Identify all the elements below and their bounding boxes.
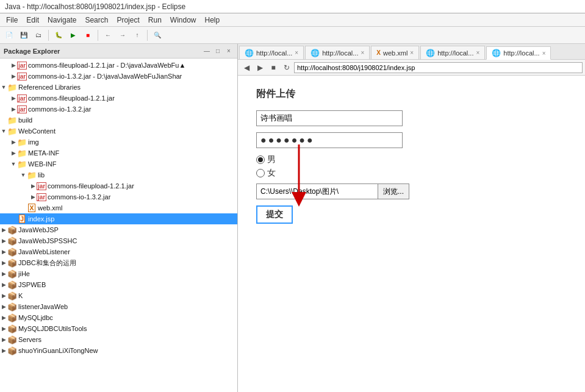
tree-expand-icon[interactable]: ▶ — [10, 62, 17, 69]
tree-item[interactable]: ▶📦JavaWebListener — [0, 246, 237, 257]
menu-help[interactable]: Help — [201, 15, 224, 26]
tree-item[interactable]: ▼📁WebContent — [0, 126, 237, 137]
tree-item[interactable]: ▶jarcommons-fileupload-1.2.1.jar - D:\ja… — [0, 60, 237, 71]
menu-window[interactable]: Window — [167, 15, 200, 26]
tree-expand-icon[interactable]: ▶ — [0, 347, 7, 354]
refresh-button[interactable]: ↻ — [281, 62, 293, 74]
tree-item[interactable]: ▶📦JDBC和集合的运用 — [0, 257, 237, 268]
password-input[interactable]: ●●●●●●● — [256, 132, 403, 148]
tree-item[interactable]: ▶📦K — [0, 290, 237, 301]
stop-button[interactable]: ■ — [267, 62, 279, 74]
tree-expand-icon[interactable]: ▼ — [10, 160, 17, 168]
url-input[interactable] — [294, 62, 583, 73]
forward-button[interactable]: ▶ — [254, 62, 266, 74]
tree-item[interactable]: ▶📦JavaWebJSPSSHC — [0, 235, 237, 246]
tree-item[interactable]: Jindex.jsp — [0, 213, 237, 224]
tree-expand-icon[interactable]: ▶ — [0, 292, 7, 299]
tree-expand-icon[interactable]: ▶ — [10, 73, 17, 80]
toolbar-sep-3 — [147, 30, 148, 41]
tree-expand-icon[interactable]: ▶ — [10, 105, 17, 113]
tree-item[interactable]: ▶📦jiHe — [0, 268, 237, 279]
tree-expand-icon[interactable]: ▶ — [10, 149, 17, 157]
back-button[interactable]: ◀ — [240, 62, 253, 74]
tree-item[interactable]: ▶📦MySQLJDBCUtilsTools — [0, 323, 237, 334]
tree-type-icon: 📦 — [7, 269, 17, 279]
tree-expand-icon[interactable]: ▶ — [0, 325, 7, 332]
tree-expand-icon[interactable]: ▶ — [0, 248, 7, 255]
tree-item[interactable]: ▶📦listenerJavaWeb — [0, 301, 237, 312]
gender-radio-item[interactable]: 女 — [256, 168, 567, 179]
toolbar-search[interactable]: 🔍 — [151, 29, 164, 42]
menu-edit[interactable]: Edit — [23, 15, 43, 26]
toolbar-save-all[interactable]: 🗂 — [32, 29, 45, 42]
browser-tab[interactable]: 🌐http://local...× — [420, 46, 485, 59]
tree-item[interactable]: ▶jarcommons-fileupload-1.2.1.jar — [0, 93, 237, 104]
tree-expand-icon[interactable]: ▶ — [0, 336, 7, 343]
tree-type-icon: 📦 — [7, 280, 17, 290]
tree-item[interactable]: ▼📁WEB-INF — [0, 159, 237, 169]
menu-run[interactable]: Run — [145, 15, 165, 26]
submit-button[interactable]: 提交 — [256, 205, 293, 224]
tab-close-button[interactable]: × — [542, 50, 546, 57]
tree-item[interactable]: ▶jarcommons-io-1.3.2.jar — [0, 104, 237, 115]
tree-item[interactable]: ▶jarcommons-io-1.3.2.jar - D:\java\JavaW… — [0, 71, 237, 82]
browser-tab[interactable]: 🌐http://local...× — [239, 46, 304, 59]
browser-tab[interactable]: 🌐http://local...× — [305, 46, 370, 59]
name-input[interactable] — [256, 110, 403, 126]
tree-item[interactable]: ▶📦JavaWebJSP — [0, 224, 237, 235]
browser-tab[interactable]: 🌐http://local...× — [486, 46, 551, 60]
radio-dot-icon — [256, 169, 265, 177]
toolbar-debug[interactable]: 🐛 — [52, 29, 65, 42]
tree-expand-icon[interactable]: ▶ — [0, 314, 7, 321]
tree-expand-icon[interactable]: ▼ — [0, 84, 7, 91]
tree-expand-icon[interactable]: ▶ — [0, 303, 7, 310]
tree-expand-icon[interactable] — [0, 116, 7, 124]
tree-expand-icon[interactable]: ▶ — [0, 281, 7, 288]
tree-item[interactable]: ▶jarcommons-fileupload-1.2.1.jar — [0, 180, 237, 191]
toolbar-new[interactable]: 📄 — [2, 29, 16, 42]
toolbar-save[interactable]: 💾 — [17, 29, 31, 42]
tree-expand-icon[interactable] — [10, 215, 17, 223]
panel-minimize-icon[interactable]: — — [202, 46, 212, 56]
menu-navigate[interactable]: Navigate — [44, 15, 80, 26]
menu-file[interactable]: File — [2, 15, 21, 26]
tree-expand-icon[interactable]: ▼ — [0, 127, 7, 135]
toolbar-up[interactable]: ↑ — [131, 29, 144, 42]
tab-close-button[interactable]: × — [295, 49, 298, 56]
tree-expand-icon[interactable]: ▶ — [10, 94, 17, 102]
tree-item[interactable]: ▶📦shuoYinGuanLiXiTongNew — [0, 345, 237, 356]
tree-expand-icon[interactable]: ▶ — [0, 270, 7, 277]
toolbar-back[interactable]: ← — [101, 29, 115, 42]
tree-item[interactable]: ▶jarcommons-io-1.3.2.jar — [0, 191, 237, 202]
toolbar-stop[interactable]: ■ — [81, 29, 95, 42]
browse-button[interactable]: 浏览... — [378, 184, 409, 199]
browser-tab[interactable]: Xweb.xml× — [371, 46, 419, 59]
toolbar-forward[interactable]: → — [116, 29, 129, 42]
tree-expand-icon[interactable]: ▶ — [10, 138, 17, 146]
tree-item[interactable]: ▶📦JSPWEB — [0, 279, 237, 290]
tree-item[interactable]: Xweb.xml — [0, 202, 237, 213]
tree-item[interactable]: ▼📁lib — [0, 169, 237, 180]
gender-radio-item[interactable]: 男 — [256, 154, 567, 165]
tree-item[interactable]: 📁build — [0, 115, 237, 126]
tree-expand-icon[interactable]: ▶ — [0, 237, 7, 244]
panel-maximize-icon[interactable]: □ — [213, 46, 223, 56]
tree-expand-icon[interactable]: ▶ — [0, 259, 7, 266]
tree-item[interactable]: ▶📁META-INF — [0, 148, 237, 159]
tree-item[interactable]: ▶📦MySQLjdbc — [0, 312, 237, 323]
menu-project[interactable]: Project — [113, 15, 143, 26]
tree-expand-icon[interactable]: ▶ — [29, 193, 37, 201]
tree-expand-icon[interactable]: ▶ — [0, 226, 7, 233]
tree-expand-icon[interactable] — [20, 204, 27, 212]
tree-item[interactable]: ▼📁Referenced Libraries — [0, 82, 237, 93]
tab-close-button[interactable]: × — [361, 49, 364, 56]
tree-expand-icon[interactable]: ▶ — [29, 182, 37, 190]
tab-close-button[interactable]: × — [410, 49, 414, 56]
toolbar-run[interactable]: ▶ — [66, 29, 80, 42]
tree-item[interactable]: ▶📦Servers — [0, 334, 237, 345]
tree-item[interactable]: ▶📁img — [0, 137, 237, 148]
tab-close-button[interactable]: × — [476, 49, 479, 56]
menu-search[interactable]: Search — [81, 15, 112, 26]
tree-expand-icon[interactable]: ▼ — [20, 171, 27, 179]
panel-close-icon[interactable]: × — [224, 46, 234, 56]
